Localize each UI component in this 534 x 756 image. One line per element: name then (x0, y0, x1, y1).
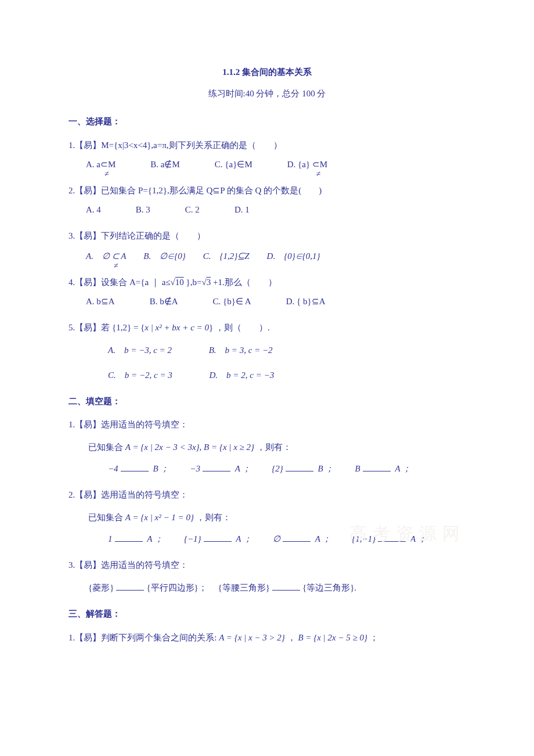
fb-q3-line: {菱形}{平行四边形}； {等腰三角形}{等边三角形}. (68, 578, 466, 597)
blank-input[interactable] (286, 463, 313, 471)
fb-q3-t2: {平行四边形}； (146, 583, 207, 592)
blank-input[interactable] (283, 534, 311, 542)
mc-q5-stem: 5.【易】若 {1,2} = {x | x² + bx + c = 0} ，则（… (68, 318, 466, 337)
fb-q3: 3.【易】选用适当的符号填空： {菱形}{平行四边形}； {等腰三角形}{等边三… (68, 556, 466, 597)
fb-q3-t1: {菱形} (88, 583, 114, 592)
fb-q2-b4a: {1,−1} (352, 534, 376, 543)
blank-input[interactable] (116, 582, 144, 591)
fb-q2-b1b: A ； (147, 534, 163, 543)
fb-q2-post: ，则有： (194, 513, 231, 522)
blank-input[interactable] (272, 582, 300, 591)
blank-input[interactable] (363, 463, 391, 471)
sa-q1-pre: 1.【易】判断下列两个集合之间的关系: (68, 633, 219, 642)
section-sa-title: 三、解答题： (68, 606, 466, 622)
fb-q2: 2.【易】选用适当的符号填空： 已知集合 A = {x | x² − 1 = 0… (68, 485, 466, 549)
fb-q2-stem: 2.【易】选用适当的符号填空： (68, 485, 466, 505)
fb-q1-b1: −4 B ； (108, 459, 169, 478)
mc-q1-optB: B. a∉M (150, 155, 180, 174)
fb-q2-math: A = {x | x² − 1 = 0} (125, 513, 194, 522)
mc-q4-optC: C. {b}∈ A (213, 292, 251, 311)
fb-q1-stem: 1.【易】选用适当的符号填空： (68, 415, 466, 434)
mc-q5-optB: B. b = 3, c = −2 (209, 345, 273, 355)
fb-q1-math: A = {x | 2x − 3 < 3x}, B = {x | x ≥ 2} (125, 442, 254, 452)
sa-q1-mid: ， (285, 633, 298, 642)
fb-q1-b2a: −3 (190, 464, 200, 473)
mc-q1-optA-text: A. a⊂M (86, 160, 116, 169)
fb-q3-stem: 3.【易】选用适当的符号填空： (68, 556, 466, 575)
mc-q3-optA-text: A. ∅ ⊂ A (86, 251, 126, 261)
blank-input[interactable] (115, 534, 143, 542)
mc-q4-optB: B. b∉A (150, 292, 178, 311)
mc-q5-optA: A. b = −3, c = 2 (108, 345, 172, 355)
mc-q4-stem-mid: },b= (184, 278, 202, 287)
mc-q2: 2.【易】已知集合 P={1,2},那么满足 Q⊆P 的集合 Q 的个数是( )… (68, 181, 466, 219)
fb-q1-pre: 已知集合 (88, 442, 125, 452)
fb-q1: 1.【易】选用适当的符号填空： 已知集合 A = {x | 2x − 3 < 3… (68, 415, 466, 478)
mc-q2-optA: A. 4 (86, 200, 101, 219)
fb-q2-b3: ∅ A ； (273, 530, 331, 549)
section-mc-title: 一、选择题： (68, 113, 466, 130)
mc-q1: 1.【易】M={x|3<x<4},a=π,则下列关系正确的是（ ） A. a⊂M… (68, 136, 466, 174)
fb-q3-t3: {等腰三角形} (218, 583, 270, 592)
fb-q1-b4b: A ； (395, 464, 411, 473)
fb-q1-b2b: A ； (235, 464, 251, 473)
mc-q3-optD: D. {0}∈{0,1} (267, 247, 320, 266)
fb-q1-blanks: −4 B ； −3 A ； {2} B ； B A ； (68, 459, 466, 478)
fb-q2-b3b: A ； (315, 534, 331, 543)
mc-q3-optA: A. ∅ ⊂ A ≠ (86, 247, 126, 266)
subsetneq-icon: ≠ (114, 257, 118, 275)
mc-q2-optB: B. 3 (136, 200, 150, 219)
mc-q1-optD-text: D. {a} ⊂M (287, 160, 327, 169)
fb-q1-b1a: −4 (108, 464, 118, 473)
fb-q1-b3b: B ； (318, 464, 334, 473)
fb-q2-b2b: A ； (236, 534, 252, 543)
page-subtitle: 练习时间:40 分钟，总分 100 分 (68, 85, 466, 102)
mc-q5: 5.【易】若 {1,2} = {x | x² + bx + c = 0} ，则（… (68, 318, 466, 385)
fb-q1-given: 已知集合 A = {x | 2x − 3 < 3x}, B = {x | x ≥… (68, 438, 466, 457)
sa-q1-math1: A = {x | x − 3 > 2} (219, 633, 285, 642)
section-fb-title: 二、填空题： (68, 393, 466, 410)
fb-q1-b4: B A ； (355, 459, 412, 478)
blank-input[interactable] (204, 534, 232, 542)
mc-q5-stem-math: x | x² + bx + c = 0 (145, 323, 209, 332)
fb-q2-b1a: 1 (108, 534, 113, 543)
mc-q3: 3.【易】下列结论正确的是（ ） A. ∅ ⊂ A ≠ B. ∅∈{0} C. … (68, 226, 466, 266)
fb-q2-b3a: ∅ (273, 534, 280, 543)
page-title: 1.1.2 集合间的基本关系 (68, 64, 466, 81)
mc-q3-optC: C. {1,2}⊆Z (203, 247, 250, 266)
subsetneq-icon: ≠ (104, 165, 109, 183)
mc-q1-stem: 1.【易】M={x|3<x<4},a=π,则下列关系正确的是（ ） (68, 136, 466, 155)
fb-q2-b2: {−1} A ； (184, 530, 252, 549)
fb-q3-t4: {等边三角形}. (302, 583, 356, 592)
mc-q1-optA: A. a⊂M ≠ (86, 155, 116, 174)
fb-q1-b3a: {2} (272, 464, 283, 473)
mc-q1-optC: C. {a}∈M (215, 155, 252, 174)
blank-input[interactable] (203, 463, 230, 471)
mc-q2-optD: D. 1 (234, 200, 250, 219)
mc-q5-stem-post: } ，则（ ）. (209, 323, 270, 332)
mc-q1-optD: D. {a} ⊂M ≠ (287, 155, 327, 174)
mc-q3-stem: 3.【易】下列结论正确的是（ ） (68, 226, 466, 246)
fb-q2-b1: 1 A ； (108, 530, 163, 549)
blank-input[interactable] (378, 534, 406, 542)
fb-q2-given: 已知集合 A = {x | x² − 1 = 0} ，则有： (68, 508, 466, 527)
sa-q1-post: ； (367, 633, 378, 642)
subsetneq-icon: ≠ (316, 165, 321, 183)
mc-q4-stem: 4.【易】设集合 A={a ｜ a≤√10 },b=√3 +1.那么（ ） (68, 273, 466, 292)
mc-q4-stem-post: +1.那么（ ） (211, 278, 276, 287)
fb-q1-b4a: B (355, 464, 360, 473)
mc-q2-stem: 2.【易】已知集合 P={1,2},那么满足 Q⊆P 的集合 Q 的个数是( ) (68, 181, 466, 200)
mc-q5-stem-pre: 5.【易】若 {1,2} = { (68, 323, 145, 332)
fb-q2-blanks: 1 A ； {−1} A ； ∅ A ； {1,−1} A ； (68, 530, 466, 549)
sqrt-10: 10 (175, 278, 184, 287)
fb-q2-pre: 已知集合 (88, 513, 125, 522)
mc-q4: 4.【易】设集合 A={a ｜ a≤√10 },b=√3 +1.那么（ ） A.… (68, 273, 466, 311)
fb-q1-b2: −3 A ； (190, 459, 251, 478)
mc-q5-optC: C. b = −2, c = 3 (108, 370, 172, 380)
mc-q2-optC: C. 2 (185, 200, 200, 219)
mc-q5-optD: D. b = 2, c = −3 (210, 370, 275, 380)
fb-q1-b3: {2} B ； (272, 459, 334, 478)
blank-input[interactable] (121, 463, 149, 471)
fb-q1-b1b: B ； (153, 464, 169, 473)
mc-q3-optB: B. ∅∈{0} (143, 247, 185, 266)
